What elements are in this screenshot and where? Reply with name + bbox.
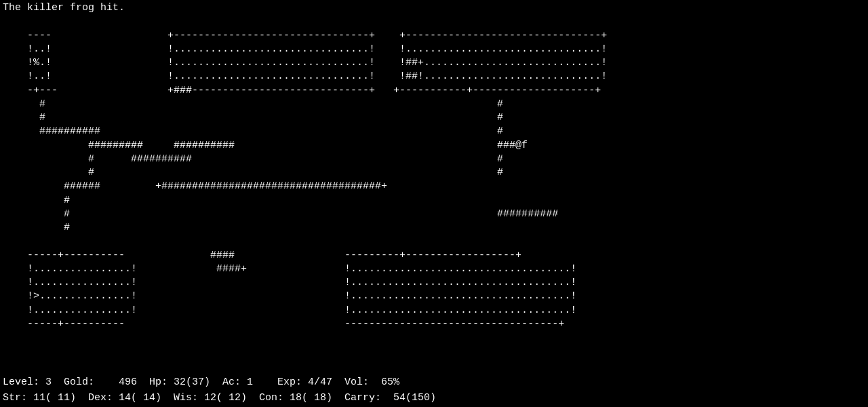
game-screen: The killer frog hit. ---- +-------------… [0, 0, 868, 407]
game-area: The killer frog hit. ---- +-------------… [0, 0, 868, 379]
status-bar: Level: 3 Gold: 496 Hp: 32(37) Ac: 1 Exp:… [0, 374, 868, 407]
